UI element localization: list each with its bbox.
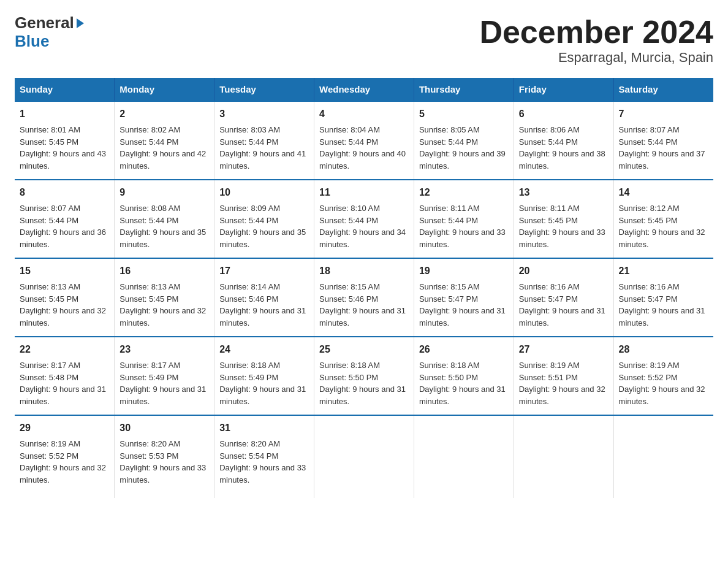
title-block: December 2024 Esparragal, Murcia, Spain xyxy=(479,15,713,66)
day-daylight: Daylight: 9 hours and 32 minutes. xyxy=(20,463,106,484)
day-sunrise: Sunrise: 8:16 AM xyxy=(519,282,580,291)
day-number: 27 xyxy=(519,342,609,357)
day-number: 6 xyxy=(519,107,609,121)
day-number: 22 xyxy=(20,342,109,357)
day-sunrise: Sunrise: 8:19 AM xyxy=(519,361,580,370)
day-sunset: Sunset: 5:44 PM xyxy=(20,216,78,225)
day-sunset: Sunset: 5:46 PM xyxy=(219,294,278,304)
day-cell-5-6 xyxy=(514,415,613,498)
week-row-2: 8Sunrise: 8:07 AMSunset: 5:44 PMDaylight… xyxy=(15,180,713,258)
calendar-header: SundayMondayTuesdayWednesdayThursdayFrid… xyxy=(15,78,713,101)
day-cell-3-7: 21Sunrise: 8:16 AMSunset: 5:47 PMDayligh… xyxy=(613,258,713,337)
day-sunrise: Sunrise: 8:03 AM xyxy=(219,125,280,134)
day-cell-2-5: 12Sunrise: 8:11 AMSunset: 5:44 PMDayligh… xyxy=(414,180,514,258)
day-sunrise: Sunrise: 8:04 AM xyxy=(319,125,380,134)
day-cell-3-2: 16Sunrise: 8:13 AMSunset: 5:45 PMDayligh… xyxy=(115,258,214,337)
day-cell-1-4: 4Sunrise: 8:04 AMSunset: 5:44 PMDaylight… xyxy=(314,101,414,180)
calendar-table: SundayMondayTuesdayWednesdayThursdayFrid… xyxy=(15,78,713,498)
header-monday: Monday xyxy=(115,78,214,101)
day-sunset: Sunset: 5:47 PM xyxy=(519,294,578,304)
day-sunset: Sunset: 5:44 PM xyxy=(319,137,378,147)
day-number: 30 xyxy=(119,421,209,435)
day-number: 21 xyxy=(619,264,708,278)
day-cell-5-5 xyxy=(414,415,514,498)
day-number: 12 xyxy=(419,185,509,200)
day-cell-3-6: 20Sunrise: 8:16 AMSunset: 5:47 PMDayligh… xyxy=(514,258,613,337)
day-number: 7 xyxy=(619,107,708,121)
day-number: 4 xyxy=(319,107,409,121)
day-number: 13 xyxy=(519,185,609,200)
day-sunrise: Sunrise: 8:18 AM xyxy=(419,361,480,370)
day-daylight: Daylight: 9 hours and 43 minutes. xyxy=(20,149,106,170)
day-daylight: Daylight: 9 hours and 34 minutes. xyxy=(319,228,406,249)
day-sunrise: Sunrise: 8:18 AM xyxy=(219,361,280,370)
day-sunrise: Sunrise: 8:01 AM xyxy=(20,125,80,134)
day-daylight: Daylight: 9 hours and 39 minutes. xyxy=(419,149,506,170)
day-daylight: Daylight: 9 hours and 33 minutes. xyxy=(219,463,306,484)
day-daylight: Daylight: 9 hours and 36 minutes. xyxy=(20,228,106,249)
header-saturday: Saturday xyxy=(613,78,713,101)
day-cell-4-1: 22Sunrise: 8:17 AMSunset: 5:48 PMDayligh… xyxy=(15,337,115,415)
logo-general: General xyxy=(15,15,74,31)
day-sunrise: Sunrise: 8:19 AM xyxy=(20,439,80,448)
day-sunset: Sunset: 5:44 PM xyxy=(219,137,278,147)
week-row-4: 22Sunrise: 8:17 AMSunset: 5:48 PMDayligh… xyxy=(15,337,713,415)
day-daylight: Daylight: 9 hours and 35 minutes. xyxy=(119,228,206,249)
logo-blue: Blue xyxy=(15,33,49,50)
header-sunday: Sunday xyxy=(15,78,115,101)
day-daylight: Daylight: 9 hours and 31 minutes. xyxy=(319,306,406,327)
header-wednesday: Wednesday xyxy=(314,78,414,101)
day-number: 28 xyxy=(619,342,708,357)
day-number: 18 xyxy=(319,264,409,278)
header-friday: Friday xyxy=(514,78,613,101)
day-sunset: Sunset: 5:50 PM xyxy=(319,373,378,382)
day-number: 20 xyxy=(519,264,609,278)
day-cell-2-1: 8Sunrise: 8:07 AMSunset: 5:44 PMDaylight… xyxy=(15,180,115,258)
day-cell-3-4: 18Sunrise: 8:15 AMSunset: 5:46 PMDayligh… xyxy=(314,258,414,337)
day-cell-1-2: 2Sunrise: 8:02 AMSunset: 5:44 PMDaylight… xyxy=(115,101,214,180)
header-thursday: Thursday xyxy=(414,78,514,101)
day-sunrise: Sunrise: 8:13 AM xyxy=(20,282,80,291)
day-sunrise: Sunrise: 8:09 AM xyxy=(219,204,280,213)
day-daylight: Daylight: 9 hours and 31 minutes. xyxy=(619,306,705,327)
day-sunrise: Sunrise: 8:17 AM xyxy=(20,361,80,370)
logo-triangle-icon xyxy=(77,18,84,28)
day-number: 24 xyxy=(219,342,309,357)
day-number: 5 xyxy=(419,107,509,121)
day-sunset: Sunset: 5:52 PM xyxy=(619,373,678,382)
header-row: SundayMondayTuesdayWednesdayThursdayFrid… xyxy=(15,78,713,101)
day-sunrise: Sunrise: 8:07 AM xyxy=(20,204,80,213)
day-cell-2-7: 14Sunrise: 8:12 AMSunset: 5:45 PMDayligh… xyxy=(613,180,713,258)
day-daylight: Daylight: 9 hours and 32 minutes. xyxy=(20,306,106,327)
day-sunrise: Sunrise: 8:11 AM xyxy=(519,204,580,213)
day-cell-5-7 xyxy=(613,415,713,498)
day-daylight: Daylight: 9 hours and 38 minutes. xyxy=(519,149,605,170)
day-sunset: Sunset: 5:51 PM xyxy=(519,373,578,382)
week-row-3: 15Sunrise: 8:13 AMSunset: 5:45 PMDayligh… xyxy=(15,258,713,337)
day-cell-5-4 xyxy=(314,415,414,498)
day-number: 8 xyxy=(20,185,109,200)
day-sunset: Sunset: 5:53 PM xyxy=(119,451,178,461)
calendar-title: December 2024 xyxy=(479,15,713,50)
day-sunrise: Sunrise: 8:06 AM xyxy=(519,125,580,134)
day-sunset: Sunset: 5:45 PM xyxy=(519,216,578,225)
day-cell-3-3: 17Sunrise: 8:14 AMSunset: 5:46 PMDayligh… xyxy=(214,258,314,337)
day-sunset: Sunset: 5:44 PM xyxy=(419,137,478,147)
day-number: 19 xyxy=(419,264,509,278)
day-sunset: Sunset: 5:44 PM xyxy=(219,216,278,225)
day-daylight: Daylight: 9 hours and 32 minutes. xyxy=(519,385,605,406)
day-sunrise: Sunrise: 8:08 AM xyxy=(119,204,180,213)
day-cell-5-2: 30Sunrise: 8:20 AMSunset: 5:53 PMDayligh… xyxy=(115,415,214,498)
day-sunrise: Sunrise: 8:20 AM xyxy=(119,439,180,448)
day-sunrise: Sunrise: 8:15 AM xyxy=(419,282,480,291)
day-cell-2-3: 10Sunrise: 8:09 AMSunset: 5:44 PMDayligh… xyxy=(214,180,314,258)
day-cell-4-6: 27Sunrise: 8:19 AMSunset: 5:51 PMDayligh… xyxy=(514,337,613,415)
day-sunset: Sunset: 5:52 PM xyxy=(20,451,78,461)
day-cell-1-3: 3Sunrise: 8:03 AMSunset: 5:44 PMDaylight… xyxy=(214,101,314,180)
day-daylight: Daylight: 9 hours and 31 minutes. xyxy=(319,385,406,406)
day-sunrise: Sunrise: 8:19 AM xyxy=(619,361,680,370)
day-cell-2-4: 11Sunrise: 8:10 AMSunset: 5:44 PMDayligh… xyxy=(314,180,414,258)
day-number: 23 xyxy=(119,342,209,357)
day-daylight: Daylight: 9 hours and 33 minutes. xyxy=(119,463,206,484)
day-number: 11 xyxy=(319,185,409,200)
